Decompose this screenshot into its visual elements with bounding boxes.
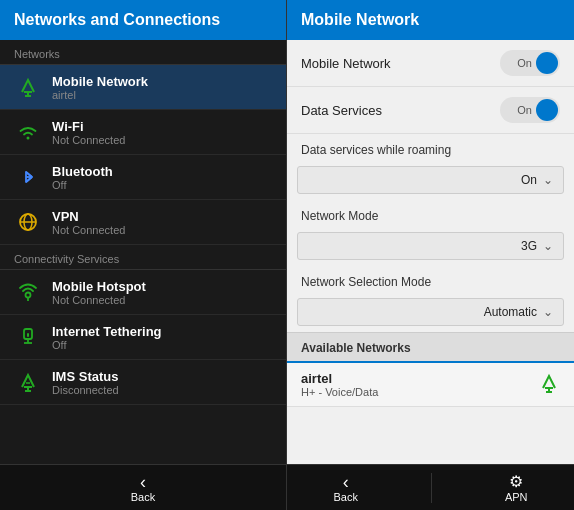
bluetooth-subtitle: Off <box>52 179 113 191</box>
network-selection-section-row: Network Selection Mode <box>287 266 574 296</box>
roaming-value: On <box>521 173 537 187</box>
left-title: Networks and Connections <box>14 11 220 29</box>
ims-title: IMS Status <box>52 369 119 384</box>
left-footer: ‹ Back <box>0 464 286 510</box>
vpn-text: VPN Not Connected <box>52 209 125 236</box>
sidebar-item-bluetooth[interactable]: Bluetooth Off <box>0 155 286 200</box>
tethering-subtitle: Off <box>52 339 162 351</box>
available-networks-label: Available Networks <box>301 341 411 355</box>
wifi-title: Wi-Fi <box>52 119 125 134</box>
svg-point-9 <box>26 293 31 298</box>
wifi-text: Wi-Fi Not Connected <box>52 119 125 146</box>
available-networks-header: Available Networks <box>287 332 574 363</box>
mobile-network-toggle[interactable]: On <box>500 50 560 76</box>
tether-icon <box>14 323 42 351</box>
sidebar-item-wifi[interactable]: Wi-Fi Not Connected <box>0 110 286 155</box>
network-mode-dropdown-arrow-icon: ⌄ <box>543 239 553 253</box>
right-panel: Mobile Network Mobile Network On Data Se… <box>287 0 574 510</box>
left-back-label: Back <box>131 491 155 503</box>
network-item-airtel[interactable]: airtel H+ - Voice/Data <box>287 363 574 407</box>
networks-section-label: Networks <box>0 40 286 65</box>
data-services-setting-label: Data Services <box>301 103 382 118</box>
left-header: Networks and Connections <box>0 0 286 40</box>
vpn-icon <box>14 208 42 236</box>
apn-label: APN <box>505 491 528 503</box>
sidebar-item-tethering[interactable]: Internet Tethering Off <box>0 315 286 360</box>
right-back-chevron-icon: ‹ <box>343 473 349 491</box>
roaming-dropdown-arrow-icon: ⌄ <box>543 173 553 187</box>
mobile-network-text: Mobile Network airtel <box>52 74 148 101</box>
vpn-subtitle: Not Connected <box>52 224 125 236</box>
airtel-network-info: airtel H+ - Voice/Data <box>301 371 378 398</box>
sidebar-item-ims[interactable]: IMS Status Disconnected <box>0 360 286 405</box>
network-selection-dropdown-arrow-icon: ⌄ <box>543 305 553 319</box>
wifi-subtitle: Not Connected <box>52 134 125 146</box>
mobile-network-title: Mobile Network <box>52 74 148 89</box>
right-back-label: Back <box>333 491 357 503</box>
airtel-name: airtel <box>301 371 378 386</box>
mobile-network-setting-label: Mobile Network <box>301 56 391 71</box>
signal-icon <box>14 73 42 101</box>
wifi-icon <box>14 118 42 146</box>
data-services-toggle[interactable]: On <box>500 97 560 123</box>
apn-button[interactable]: ⚙ APN <box>485 466 548 509</box>
mobile-network-subtitle: airtel <box>52 89 148 101</box>
mobile-network-toggle-circle <box>536 52 558 74</box>
left-panel: Networks and Connections Networks Mobile… <box>0 0 287 510</box>
tethering-text: Internet Tethering Off <box>52 324 162 351</box>
airtel-type: H+ - Voice/Data <box>301 386 378 398</box>
roaming-dropdown[interactable]: On ⌄ <box>297 166 564 194</box>
hotspot-subtitle: Not Connected <box>52 294 146 306</box>
tethering-title: Internet Tethering <box>52 324 162 339</box>
ims-text: IMS Status Disconnected <box>52 369 119 396</box>
connectivity-section-label: Connectivity Services <box>0 245 286 270</box>
network-selection-label: Network Selection Mode <box>301 275 431 289</box>
network-mode-section-row: Network Mode <box>287 200 574 230</box>
data-services-setting-row: Data Services On <box>287 87 574 134</box>
left-back-button[interactable]: ‹ Back <box>111 467 175 509</box>
bluetooth-icon <box>14 163 42 191</box>
hotspot-icon <box>14 278 42 306</box>
hotspot-text: Mobile Hotspot Not Connected <box>52 279 146 306</box>
sidebar-item-vpn[interactable]: VPN Not Connected <box>0 200 286 245</box>
right-content: Mobile Network On Data Services On Data … <box>287 40 574 464</box>
data-services-on-label: On <box>517 104 532 116</box>
network-mode-dropdown[interactable]: 3G ⌄ <box>297 232 564 260</box>
ims-subtitle: Disconnected <box>52 384 119 396</box>
right-header: Mobile Network <box>287 0 574 40</box>
mobile-network-setting-row: Mobile Network On <box>287 40 574 87</box>
hotspot-title: Mobile Hotspot <box>52 279 146 294</box>
vpn-title: VPN <box>52 209 125 224</box>
network-mode-label: Network Mode <box>301 209 378 223</box>
right-title: Mobile Network <box>301 11 419 29</box>
bluetooth-title: Bluetooth <box>52 164 113 179</box>
sidebar-item-hotspot[interactable]: Mobile Hotspot Not Connected <box>0 270 286 315</box>
roaming-label: Data services while roaming <box>301 143 451 157</box>
back-chevron-icon: ‹ <box>140 473 146 491</box>
bluetooth-text: Bluetooth Off <box>52 164 113 191</box>
right-back-button[interactable]: ‹ Back <box>313 467 377 509</box>
airtel-signal-icon <box>538 372 560 398</box>
sidebar-item-mobile-network[interactable]: Mobile Network airtel <box>0 65 286 110</box>
network-selection-value: Automatic <box>484 305 537 319</box>
network-mode-value: 3G <box>521 239 537 253</box>
right-footer: ‹ Back ⚙ APN <box>287 464 574 510</box>
gear-icon: ⚙ <box>509 472 523 491</box>
data-services-toggle-circle <box>536 99 558 121</box>
network-selection-dropdown[interactable]: Automatic ⌄ <box>297 298 564 326</box>
mobile-network-on-label: On <box>517 57 532 69</box>
ims-icon <box>14 368 42 396</box>
roaming-section-row: Data services while roaming <box>287 134 574 164</box>
